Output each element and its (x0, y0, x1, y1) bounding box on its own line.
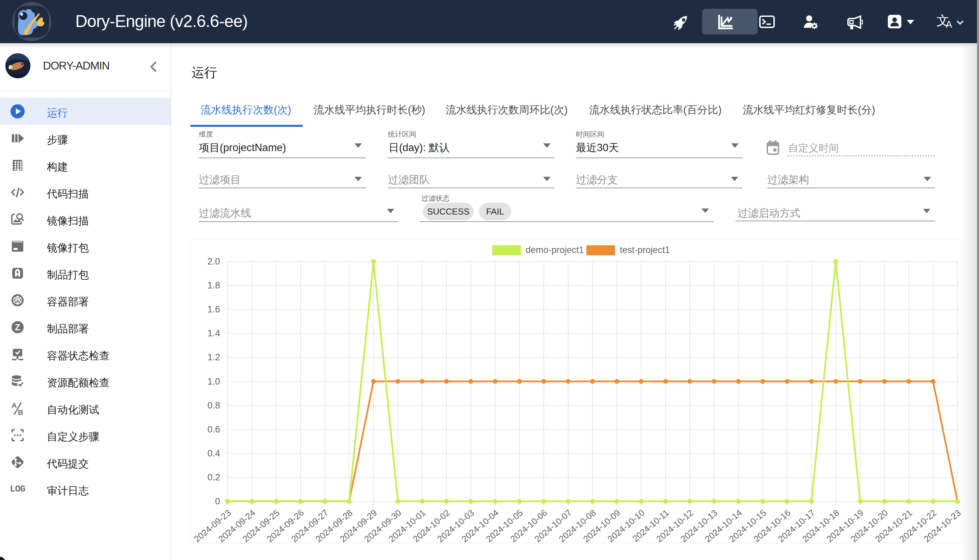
svg-text:demo-project1: demo-project1 (526, 245, 584, 255)
svg-text:0.2: 0.2 (207, 472, 220, 482)
svg-text:2.0: 2.0 (207, 257, 220, 267)
svg-text:1.4: 1.4 (207, 328, 220, 338)
svg-text:1.2: 1.2 (207, 352, 220, 362)
svg-text:B: B (18, 408, 23, 416)
svg-text:A: A (12, 401, 17, 410)
svg-text:1.8: 1.8 (207, 280, 220, 290)
svg-text:0.4: 0.4 (207, 448, 220, 458)
svg-text:0: 0 (215, 496, 220, 507)
svg-text:1.0: 1.0 (207, 377, 220, 387)
svg-text:Z: Z (15, 322, 20, 332)
svg-text:0.8: 0.8 (207, 400, 220, 410)
svg-text:1.6: 1.6 (207, 304, 220, 314)
svg-text:0.6: 0.6 (207, 424, 220, 435)
svg-text:test-project1: test-project1 (620, 245, 670, 255)
